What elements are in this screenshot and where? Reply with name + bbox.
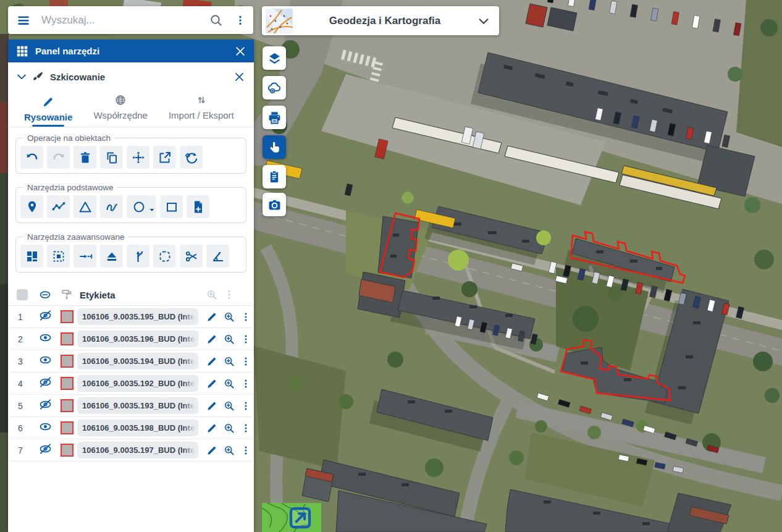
panel-close-icon[interactable] [234, 45, 246, 57]
label-chip[interactable]: 106106_9.0035.194_BUD (Inte [77, 353, 198, 369]
toggle-all-visibility-icon[interactable] [34, 288, 56, 302]
touch-select-button[interactable] [263, 135, 286, 159]
table-row[interactable]: 2 106106_9.0035.196_BUD (Inte [8, 328, 254, 350]
group-operacje-na-obiektach: Operacje na obiektach [15, 133, 246, 174]
chevron-down-icon[interactable] [477, 14, 490, 28]
select-lasso-button[interactable] [153, 245, 176, 268]
delete-button[interactable] [74, 146, 96, 169]
overview-minimap[interactable] [262, 503, 321, 532]
label-chip[interactable]: 106106_9.0035.198_BUD (Inte [77, 420, 198, 436]
camera-button[interactable] [263, 193, 286, 216]
color-swatch[interactable] [61, 310, 74, 323]
row-menu-icon[interactable] [238, 311, 254, 323]
label-chip[interactable]: 106106_9.0035.196_BUD (Inte [77, 331, 198, 347]
zoom-to-feature-icon[interactable] [221, 378, 238, 390]
color-swatch[interactable] [61, 444, 74, 457]
section-title: Szkicowanie [50, 72, 233, 82]
label-chip[interactable]: 106106_9.0035.193_BUD (Inte [77, 397, 198, 414]
tab-rysowanie[interactable]: Rysowanie [22, 93, 75, 127]
menu-icon[interactable] [15, 12, 32, 28]
visibility-toggle-icon[interactable] [34, 331, 56, 347]
undo-button[interactable] [20, 146, 43, 169]
label-chip[interactable]: 106106_9.0035.197_BUD (Inte [77, 442, 198, 458]
select-rectangle-button[interactable] [47, 245, 70, 268]
edit-pencil-icon[interactable] [203, 378, 221, 390]
table-row[interactable]: 3 106106_9.0035.194_BUD (Inte [8, 350, 254, 373]
row-menu-icon[interactable] [238, 378, 254, 390]
extrude-button[interactable] [100, 245, 123, 268]
zoom-to-feature-icon[interactable] [221, 400, 238, 412]
edit-pencil-icon[interactable] [203, 444, 221, 457]
draw-point-button[interactable] [20, 195, 43, 218]
row-index: 4 [13, 379, 34, 389]
search-input[interactable] [40, 14, 204, 27]
table-row[interactable]: 1 106106_9.0035.195_BUD (Inte [8, 306, 254, 328]
clipboard-button[interactable] [263, 165, 286, 188]
visibility-toggle-icon[interactable] [34, 420, 56, 436]
draw-rectangle-button[interactable] [160, 195, 183, 218]
app-header[interactable]: Geodezja i Kartografia [262, 6, 499, 35]
zoom-to-feature-icon[interactable] [221, 311, 238, 323]
visibility-toggle-icon[interactable] [34, 442, 56, 458]
move-button[interactable] [127, 146, 149, 169]
zoom-to-feature-icon[interactable] [221, 333, 238, 345]
draw-freehand-button[interactable] [100, 195, 123, 218]
table-menu-icon[interactable] [221, 289, 238, 301]
table-row[interactable]: 6 106106_9.0035.198_BUD (Inte [8, 417, 254, 439]
visibility-toggle-icon[interactable] [34, 397, 56, 414]
cloud-sync-button[interactable] [263, 76, 286, 99]
cut-button[interactable] [180, 245, 203, 268]
rotate-button[interactable] [180, 146, 203, 169]
section-close-icon[interactable] [233, 71, 245, 83]
draw-polyline-button[interactable] [47, 195, 70, 218]
color-swatch[interactable] [61, 355, 74, 368]
search-menu-kebab-icon[interactable] [233, 14, 247, 27]
label-chip[interactable]: 106106_9.0035.192_BUD (Inte [77, 375, 198, 392]
row-menu-icon[interactable] [238, 422, 254, 434]
tab-import-eksport[interactable]: Import / Eksport [166, 91, 237, 127]
edit-pencil-icon[interactable] [203, 422, 221, 434]
label-chip[interactable]: 106106_9.0035.195_BUD (Inte [77, 308, 198, 325]
color-swatch[interactable] [61, 421, 74, 434]
draw-blocks-button[interactable] [20, 245, 43, 268]
color-swatch[interactable] [61, 377, 74, 390]
zoom-to-feature-icon[interactable] [221, 355, 238, 368]
table-row[interactable]: 7 106106_9.0035.197_BUD (Inte [8, 439, 254, 462]
table-row[interactable]: 4 106106_9.0035.192_BUD (Inte [8, 373, 254, 395]
select-all-checkbox[interactable] [17, 289, 28, 300]
table-search-icon[interactable] [203, 289, 221, 301]
edit-pencil-icon[interactable] [203, 333, 221, 345]
panel-header[interactable]: Panel narzędzi [8, 40, 254, 62]
layers-button[interactable] [263, 46, 286, 70]
redo-button[interactable] [47, 146, 70, 169]
merge-button[interactable] [127, 245, 149, 268]
visibility-toggle-icon[interactable] [34, 353, 56, 369]
add-from-file-button[interactable] [187, 195, 209, 218]
draw-circle-button[interactable] [127, 195, 156, 218]
measure-angle-button[interactable] [206, 245, 229, 268]
table-row[interactable]: 5 106106_9.0035.193_BUD (Inte [8, 395, 254, 417]
draw-polygon-button[interactable] [74, 195, 96, 218]
expand-icon[interactable] [291, 509, 309, 527]
color-swatch[interactable] [61, 332, 74, 345]
snap-trace-button[interactable] [74, 245, 96, 268]
visibility-toggle-icon[interactable] [34, 375, 56, 392]
color-swatch[interactable] [61, 399, 74, 412]
row-menu-icon[interactable] [238, 400, 254, 412]
row-menu-icon[interactable] [238, 355, 254, 368]
edit-pencil-icon[interactable] [203, 311, 221, 323]
paint-roller-icon[interactable] [56, 288, 77, 302]
search-icon[interactable] [209, 13, 224, 28]
tab-wspolrzedne[interactable]: Współrzędne [91, 91, 150, 127]
zoom-to-feature-icon[interactable] [221, 444, 238, 457]
copy-button[interactable] [100, 146, 123, 169]
export-object-button[interactable] [153, 146, 176, 169]
zoom-to-feature-icon[interactable] [221, 422, 238, 434]
edit-pencil-icon[interactable] [203, 400, 221, 412]
row-menu-icon[interactable] [238, 444, 254, 457]
collapse-chevron-icon[interactable] [15, 70, 28, 83]
row-menu-icon[interactable] [238, 333, 254, 345]
edit-pencil-icon[interactable] [203, 355, 221, 368]
print-button[interactable] [263, 106, 286, 129]
visibility-toggle-icon[interactable] [34, 308, 56, 325]
